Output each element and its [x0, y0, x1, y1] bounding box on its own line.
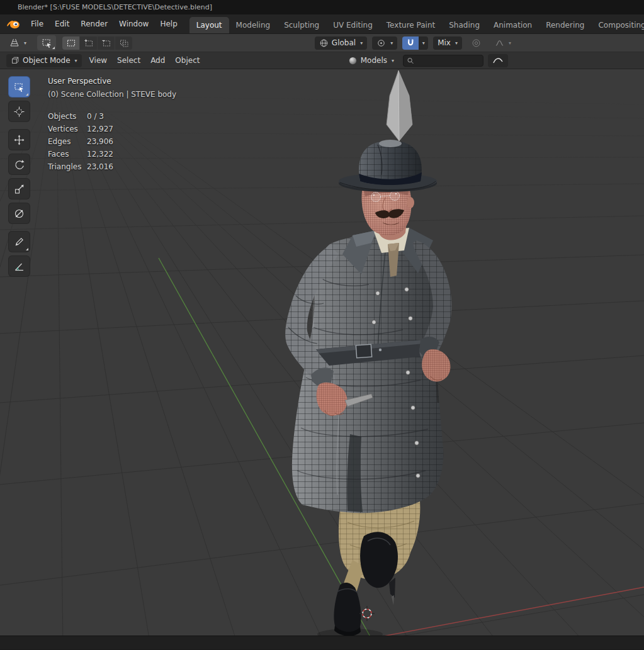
menu-window[interactable]: Window — [113, 14, 154, 34]
menu-render[interactable]: Render — [75, 14, 113, 34]
tab-animation[interactable]: Animation — [487, 17, 539, 33]
transform-snap-cluster: Global ▾ ▾ ▾ Mix ▾ — [315, 36, 516, 50]
menu-file[interactable]: File — [25, 14, 49, 34]
window-titlebar: Blender* [S:\FUSE MODELS\DETECTIVE\Detec… — [0, 0, 644, 14]
select-mode-intersect-button[interactable] — [115, 36, 132, 50]
view-perspective-label: User Perspective — [48, 77, 176, 86]
tab-compositing[interactable]: Compositing — [591, 17, 644, 33]
tab-shading[interactable]: Shading — [442, 17, 487, 33]
object-mode-icon — [11, 56, 20, 65]
mode-dropdown[interactable]: Object Mode ▾ — [6, 54, 82, 67]
scale-icon — [14, 184, 25, 194]
snap-group: ▾ — [402, 36, 428, 50]
box-select-icon — [14, 82, 25, 92]
tab-modeling[interactable]: Modeling — [229, 17, 278, 33]
tool-move[interactable] — [9, 130, 30, 150]
transform-icon — [14, 208, 25, 219]
scene-statistics: Objects 0 / 3 Vertices 12,927 Edges 23,9… — [48, 110, 113, 173]
pivot-point-dropdown[interactable]: ▾ — [372, 36, 397, 50]
viewport-menus: View Select Add Object — [84, 52, 205, 69]
tool-annotate[interactable] — [9, 232, 30, 252]
menu-edit[interactable]: Edit — [49, 14, 75, 34]
chevron-down-icon: ▾ — [509, 40, 511, 46]
select-mode-extend-button[interactable] — [80, 36, 97, 50]
transform-orientation-dropdown[interactable]: Global ▾ — [315, 36, 367, 50]
active-collection-label: (0) Scene Collection | STEVE body — [48, 90, 176, 99]
mode-label: Object Mode — [23, 56, 71, 65]
asset-category-dropdown[interactable]: Models ▾ — [344, 54, 398, 67]
viewport-overlay-text: User Perspective (0) Scene Collection | … — [48, 77, 176, 173]
menu-select[interactable]: Select — [112, 52, 145, 69]
tool-settings-bar: ▾ Global ▾ — [0, 34, 644, 52]
stat-row-edges: Edges 23,906 — [48, 135, 113, 148]
proportional-editing-icon — [472, 38, 481, 48]
chevron-down-icon: ▾ — [392, 58, 394, 64]
stat-row-faces: Faces 12,322 — [48, 148, 113, 160]
tool-measure[interactable] — [9, 256, 30, 276]
select-mode-subtract-button[interactable] — [98, 36, 115, 50]
tab-sculpting[interactable]: Sculpting — [277, 17, 326, 33]
workspace-tabs: Layout Modeling Sculpting UV Editing Tex… — [189, 14, 644, 33]
box-select-icon — [42, 38, 52, 48]
editor-type-dropdown[interactable]: ▾ — [5, 36, 31, 50]
menu-help[interactable]: Help — [154, 14, 183, 34]
blender-logo-icon[interactable] — [0, 14, 25, 33]
tool-scale[interactable] — [9, 179, 30, 199]
pivot-point-icon — [376, 38, 386, 48]
stat-row-triangles: Triangles 23,016 — [48, 160, 113, 173]
tool-rotate[interactable] — [9, 154, 30, 174]
tool-cursor[interactable] — [9, 101, 30, 121]
window-title: Blender* [S:\FUSE MODELS\DETECTIVE\Detec… — [18, 3, 212, 11]
cursor-3d-icon — [14, 106, 25, 117]
chevron-down-icon: ▾ — [455, 40, 458, 46]
measure-icon — [14, 261, 25, 272]
chevron-down-icon: ▾ — [24, 40, 26, 46]
select-mode-new-button[interactable] — [62, 36, 79, 50]
status-bar — [0, 636, 644, 649]
rear-boot — [360, 532, 398, 605]
menu-view[interactable]: View — [84, 52, 112, 69]
asset-sphere-icon — [348, 56, 358, 65]
main-menus: File Edit Render Window Help — [25, 14, 183, 33]
chevron-down-icon: ▾ — [360, 40, 363, 46]
snap-toggle-button[interactable] — [402, 36, 419, 50]
stat-row-objects: Objects 0 / 3 — [48, 110, 113, 123]
falloff-dropdown[interactable]: ▾ — [490, 36, 516, 50]
snap-options-dropdown[interactable]: ▾ — [419, 36, 428, 50]
menu-add[interactable]: Add — [145, 52, 170, 69]
proportional-editing-toggle[interactable] — [467, 36, 485, 50]
tool-transform[interactable] — [9, 203, 30, 223]
magnet-icon — [405, 38, 415, 48]
left-hand — [422, 349, 450, 381]
tab-texture-paint[interactable]: Texture Paint — [380, 17, 442, 33]
search-icon — [407, 57, 414, 65]
chevron-down-icon: ▾ — [75, 58, 77, 64]
tab-uv-editing[interactable]: UV Editing — [326, 17, 380, 33]
tab-rendering[interactable]: Rendering — [539, 17, 591, 33]
annotate-pen-icon — [14, 237, 25, 247]
stat-row-vertices: Vertices 12,927 — [48, 123, 113, 135]
snap-target-dropdown[interactable]: Mix ▾ — [433, 36, 462, 50]
rotate-icon — [14, 159, 25, 170]
search-input[interactable] — [417, 57, 480, 65]
orientation-globe-icon — [319, 38, 329, 48]
active-tool-button[interactable] — [37, 35, 56, 50]
falloff-curve-icon — [495, 38, 504, 48]
tool-select-box[interactable] — [9, 77, 30, 97]
editor-type-icon — [9, 38, 20, 48]
select-mode-group — [62, 36, 132, 50]
viewport-toolbar — [9, 77, 30, 276]
menu-object[interactable]: Object — [170, 52, 205, 69]
tab-layout[interactable]: Layout — [189, 17, 229, 33]
cursor-3d[interactable] — [359, 606, 375, 621]
chevron-down-icon: ▾ — [390, 40, 393, 46]
ear — [407, 197, 414, 208]
viewport-3d[interactable]: User Perspective (0) Scene Collection | … — [0, 69, 644, 636]
asset-category-label: Models — [361, 56, 387, 65]
display-curve-dropdown[interactable] — [488, 54, 508, 67]
curve-icon — [492, 56, 504, 65]
search-box — [403, 55, 483, 67]
asset-search-cluster: Models ▾ — [344, 54, 508, 67]
viewport-header: Object Mode ▾ View Select Add Object Mod… — [0, 52, 644, 69]
topbar: File Edit Render Window Help Layout Mode… — [0, 14, 644, 34]
